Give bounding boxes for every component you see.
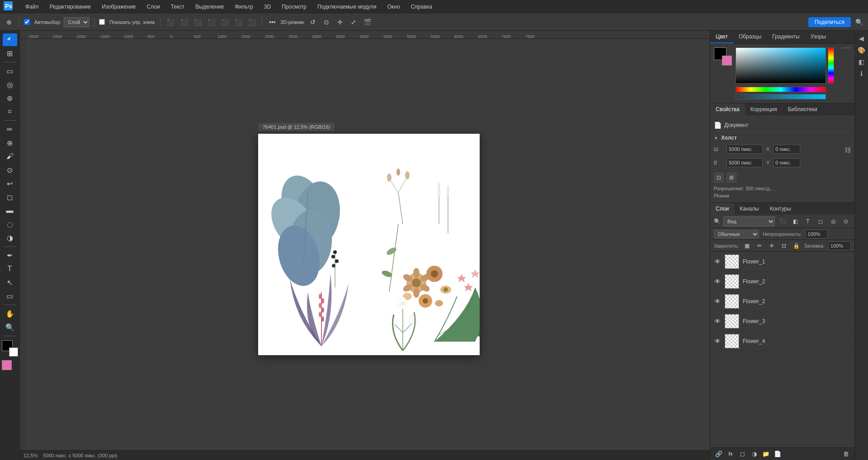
brush-tool[interactable]: 🖌 bbox=[3, 150, 17, 163]
layer-item-flower1[interactable]: 👁 Flower_1 bbox=[710, 252, 854, 272]
marquee-tool[interactable]: ▭ bbox=[3, 65, 17, 77]
layer-fx-btn[interactable]: fx bbox=[726, 449, 736, 459]
menu-text[interactable]: Текст bbox=[169, 3, 186, 11]
menu-view[interactable]: Просмотр bbox=[280, 3, 308, 11]
layer-filter-toggle[interactable]: ⊙ bbox=[841, 216, 851, 226]
align-center[interactable]: ⬛ bbox=[219, 17, 230, 28]
canvas-size-icon-2[interactable]: ⊞ bbox=[726, 173, 736, 183]
canvas-section-header[interactable]: ▼ Холст bbox=[714, 135, 851, 141]
crop-tool[interactable]: ⌗ bbox=[3, 105, 17, 118]
auto-select-checkbox[interactable] bbox=[24, 19, 30, 25]
spot-heal-tool[interactable]: ⊕ bbox=[3, 136, 17, 149]
tab-gradients[interactable]: Градиенты bbox=[767, 31, 805, 43]
lock-all[interactable]: 🔒 bbox=[792, 241, 800, 250]
3d-extra[interactable]: 🎬 bbox=[362, 17, 373, 28]
tab-paths[interactable]: Контуры bbox=[764, 203, 797, 215]
canvas-size-icon-1[interactable]: ⊡ bbox=[714, 173, 724, 183]
menu-select[interactable]: Выделение bbox=[193, 3, 226, 11]
type-tool[interactable]: T bbox=[3, 263, 17, 275]
layer-filter-adjust[interactable]: ◧ bbox=[790, 216, 800, 226]
menu-plugins[interactable]: Подключаемые модули bbox=[316, 3, 378, 11]
layer-delete-btn[interactable]: 🗑 bbox=[841, 449, 851, 459]
quick-select-tool[interactable]: ⊛ bbox=[3, 92, 17, 104]
align-middle[interactable]: ⬛ bbox=[179, 17, 189, 28]
background-swatch[interactable] bbox=[722, 56, 732, 66]
y-input[interactable] bbox=[773, 158, 800, 167]
blend-mode-select[interactable]: Обычные bbox=[714, 230, 759, 239]
align-top[interactable]: ⬛ bbox=[165, 17, 176, 28]
height-input[interactable] bbox=[726, 158, 763, 167]
lock-position[interactable]: ✛ bbox=[767, 241, 776, 250]
3d-scale[interactable]: ✛ bbox=[335, 17, 345, 28]
lasso-tool[interactable]: ◎ bbox=[3, 78, 17, 91]
layer-filter-pixel[interactable]: ⬛ bbox=[778, 216, 788, 226]
layer-filter-smart[interactable]: ◎ bbox=[828, 216, 838, 226]
gradient-tool[interactable]: ▬ bbox=[3, 204, 17, 217]
layer-adjust-btn[interactable]: ◑ bbox=[749, 449, 759, 459]
move-tool-option[interactable]: ⊕ bbox=[4, 17, 14, 28]
auto-select-type[interactable]: Слой bbox=[64, 17, 90, 27]
layer-item-flower4[interactable]: 👁 Flower_4 bbox=[710, 331, 854, 351]
history-brush[interactable]: ↩ bbox=[3, 177, 17, 190]
hue-bar[interactable] bbox=[736, 87, 826, 92]
layer-visibility-flower3[interactable]: 👁 bbox=[714, 318, 721, 325]
layer-visibility-flower1[interactable]: 👁 bbox=[714, 258, 721, 265]
fill-input[interactable] bbox=[828, 241, 851, 250]
tab-patterns[interactable]: Узоры bbox=[805, 31, 831, 43]
more-options[interactable]: ••• bbox=[267, 17, 278, 28]
layer-link-btn[interactable]: 🔗 bbox=[714, 449, 724, 459]
layer-visibility-flower2b[interactable]: 👁 bbox=[714, 298, 721, 305]
menu-help[interactable]: Справка bbox=[409, 3, 434, 11]
tab-libraries[interactable]: Библиотеки bbox=[783, 103, 823, 115]
share-button[interactable]: Поделиться bbox=[808, 17, 851, 27]
pen-tool[interactable]: ✒ bbox=[3, 249, 17, 262]
shape-tool[interactable]: ▭ bbox=[3, 290, 17, 302]
align-bottom[interactable]: ⬛ bbox=[192, 17, 203, 28]
3d-move[interactable]: ⤢ bbox=[348, 17, 359, 28]
tab-layers[interactable]: Слои bbox=[710, 203, 734, 215]
show-controls-checkbox[interactable] bbox=[99, 19, 105, 25]
width-input[interactable] bbox=[726, 145, 763, 154]
layer-visibility-flower4[interactable]: 👁 bbox=[714, 338, 721, 345]
layer-filter-shape[interactable]: ◻ bbox=[816, 216, 826, 226]
sidebar-collapse-btn[interactable]: ◀ bbox=[857, 33, 867, 43]
layer-new-btn[interactable]: 📄 bbox=[773, 449, 783, 459]
document-tab[interactable]: 76401.psd @ 12,5% (RGB/16) bbox=[258, 123, 335, 131]
layer-item-flower2b[interactable]: 👁 Flower_2 bbox=[710, 291, 854, 311]
canvas-scroll[interactable]: 76401.psd @ 12,5% (RGB/16) bbox=[28, 39, 710, 450]
layer-filter-type[interactable]: T bbox=[803, 216, 813, 226]
background-color[interactable] bbox=[9, 347, 18, 357]
artboard-tool[interactable]: ⊞ bbox=[3, 47, 17, 60]
distribute-v[interactable]: ⬛ bbox=[246, 17, 257, 28]
eraser-tool[interactable]: ◻ bbox=[3, 191, 17, 203]
path-select-tool[interactable]: ↖ bbox=[3, 276, 17, 289]
hue-strip[interactable] bbox=[828, 47, 834, 84]
x-input[interactable] bbox=[773, 145, 800, 154]
dodge-tool[interactable]: ◑ bbox=[3, 231, 17, 244]
3d-rotate[interactable]: ↺ bbox=[307, 17, 318, 28]
search-button[interactable]: 🔍 bbox=[854, 17, 864, 28]
blur-tool[interactable]: ◌ bbox=[3, 218, 17, 230]
sidebar-color-btn[interactable]: 🎨 bbox=[857, 45, 867, 55]
layer-item-flower2a[interactable]: 👁 Flower_2 bbox=[710, 272, 854, 291]
menu-3d[interactable]: 3D bbox=[262, 3, 273, 11]
layers-filter-select[interactable]: Вид bbox=[723, 216, 775, 226]
photoshop-canvas[interactable] bbox=[258, 134, 480, 355]
menu-file[interactable]: Файл bbox=[24, 3, 41, 11]
link-proportions[interactable]: ⛓ bbox=[844, 146, 851, 154]
layer-visibility-flower2a[interactable]: 👁 bbox=[714, 278, 721, 285]
zoom-tool[interactable]: 🔍 bbox=[3, 321, 17, 333]
hand-tool[interactable]: ✋ bbox=[3, 307, 17, 320]
eyedropper-tool[interactable]: ✏ bbox=[3, 123, 17, 136]
special-color[interactable] bbox=[2, 360, 12, 370]
align-left[interactable]: ⬛ bbox=[206, 17, 217, 28]
tab-channels[interactable]: Каналы bbox=[734, 203, 764, 215]
tab-correction[interactable]: Коррекция bbox=[745, 103, 783, 115]
layer-group-btn[interactable]: 📁 bbox=[761, 449, 771, 459]
menu-image[interactable]: Изображение bbox=[100, 3, 138, 11]
alpha-bar[interactable] bbox=[736, 94, 826, 99]
menu-layers[interactable]: Слои bbox=[145, 3, 162, 11]
menu-edit[interactable]: Редактирование bbox=[48, 3, 93, 11]
sidebar-adjust-btn[interactable]: ◧ bbox=[857, 57, 867, 67]
align-right[interactable]: ⬛ bbox=[233, 17, 244, 28]
